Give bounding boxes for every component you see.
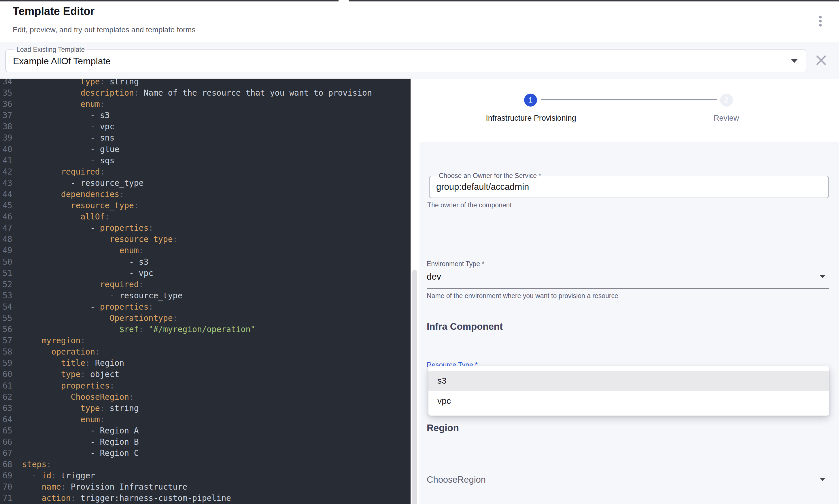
code-line: 67 - Region C (0, 448, 411, 459)
code-line: 35 description: Name of the resource tha… (0, 87, 411, 98)
template-editor-page: Template Editor Edit, preview, and try o… (0, 0, 839, 504)
line-number: 58 (3, 346, 22, 357)
code-line: 47 - properties: (0, 222, 411, 234)
kebab-dot-icon (819, 24, 822, 26)
line-number: 64 (3, 414, 22, 425)
line-number: 69 (3, 470, 22, 481)
line-number: 48 (3, 234, 22, 245)
code-line: 38 - vpc (0, 121, 411, 132)
line-number: 40 (3, 144, 22, 155)
load-template-label: Load Existing Template (14, 46, 87, 54)
page-subtitle: Edit, preview, and try out templates and… (13, 25, 195, 34)
code-line: 51 - vpc (0, 268, 411, 279)
owner-helper-text: The owner of the component (427, 201, 512, 209)
code-line: 42 required: (0, 166, 411, 177)
code-line: 65 - Region A (0, 425, 411, 436)
choose-region-value[interactable]: ChooseRegion (427, 475, 486, 485)
step-2-indicator[interactable]: 2 (720, 94, 733, 107)
owner-value: group:default/accadmin (436, 182, 529, 192)
code-line: 44 dependencies: (0, 188, 411, 200)
owner-input[interactable]: Choose an Owner for the Service * group:… (429, 176, 829, 198)
code-line: 49 enum: (0, 245, 411, 256)
line-number: 46 (3, 211, 22, 222)
line-number: 35 (3, 87, 22, 98)
line-number: 44 (3, 188, 22, 200)
code-line: 46 allOf: (0, 211, 411, 222)
line-number: 41 (3, 155, 22, 166)
environment-helper-text: Name of the environment where you want t… (427, 292, 618, 300)
line-number: 38 (3, 121, 22, 132)
code-line: 45 resource_type: (0, 200, 411, 211)
top-border-strip (349, 0, 839, 1)
line-number: 65 (3, 425, 22, 436)
code-line: 37 - s3 (0, 110, 411, 121)
line-number: 34 (3, 79, 22, 87)
owner-label: Choose an Owner for the Service * (436, 172, 543, 180)
form-area: Choose an Owner for the Service * group:… (420, 142, 839, 504)
line-number: 59 (3, 357, 22, 368)
code-line: 66 - Region B (0, 436, 411, 448)
code-line: 60 type: object (0, 368, 411, 380)
line-number: 70 (3, 481, 22, 492)
line-number: 52 (3, 279, 22, 290)
dropdown-arrow-icon[interactable] (820, 478, 825, 481)
resource-type-dropdown-menu: s3vpc (428, 366, 829, 416)
code-line: 61 properties: (0, 380, 411, 391)
code-line: 52 required: (0, 279, 411, 290)
yaml-code-editor[interactable]: 34 type: string35 description: Name of t… (0, 79, 411, 504)
infra-component-heading: Infra Component (427, 321, 503, 332)
editor-scrollbar[interactable] (412, 270, 417, 504)
environment-type-underline (427, 288, 829, 289)
code-line: 53 - resource_type (0, 290, 411, 301)
line-number: 60 (3, 368, 22, 380)
code-line: 36 enum: (0, 98, 411, 110)
environment-type-value[interactable]: dev (427, 272, 441, 282)
line-number: 54 (3, 301, 22, 312)
code-line: 64 enum: (0, 414, 411, 425)
code-line: 41 - sqs (0, 155, 411, 166)
kebab-dot-icon (819, 16, 822, 18)
dropdown-arrow-icon[interactable] (791, 59, 798, 63)
code-line: 40 - glue (0, 144, 411, 155)
stepper: 1 2 Infrastructure Provisioning Review (420, 79, 839, 142)
code-line: 54 - properties: (0, 301, 411, 312)
line-number: 45 (3, 200, 22, 211)
step-1-indicator[interactable]: 1 (524, 94, 537, 107)
stepper-connector (541, 100, 717, 100)
line-number: 42 (3, 166, 22, 177)
line-number: 47 (3, 222, 22, 234)
environment-type-label: Environment Type * (427, 260, 484, 268)
line-number: 51 (3, 268, 22, 279)
load-template-select[interactable]: Load Existing Template Example AllOf Tem… (5, 50, 806, 72)
line-number: 43 (3, 177, 22, 188)
step-1-label: Infrastructure Provisioning (486, 114, 576, 123)
code-line: 57 myregion: (0, 335, 411, 346)
line-number: 39 (3, 132, 22, 143)
line-number: 36 (3, 98, 22, 110)
code-line: 48 resource_type: (0, 234, 411, 245)
more-options-button[interactable] (813, 13, 828, 29)
line-number: 62 (3, 391, 22, 403)
line-number: 57 (3, 335, 22, 346)
line-number: 61 (3, 380, 22, 391)
code-line: 59 title: Region (0, 357, 411, 368)
line-number: 67 (3, 448, 22, 459)
code-line: 69 - id: trigger (0, 470, 411, 481)
kebab-dot-icon (819, 20, 822, 22)
line-number: 66 (3, 436, 22, 448)
close-icon (814, 53, 828, 68)
dropdown-option[interactable]: vpc (428, 391, 829, 411)
region-heading: Region (427, 422, 459, 433)
line-number: 37 (3, 110, 22, 121)
code-line: 58 operation: (0, 346, 411, 357)
code-line: 62 ChooseRegion: (0, 391, 411, 403)
code-lines: 34 type: string35 description: Name of t… (0, 79, 411, 504)
code-line: 43 - resource_type (0, 177, 411, 188)
line-number: 55 (3, 312, 22, 324)
page-title: Template Editor (13, 5, 94, 18)
load-template-value: Example AllOf Template (13, 56, 111, 67)
dropdown-arrow-icon[interactable] (820, 275, 825, 278)
code-line: 71 action: trigger:harness-custom-pipeli… (0, 492, 411, 504)
dropdown-option[interactable]: s3 (428, 371, 829, 391)
clear-template-button[interactable] (814, 53, 828, 68)
